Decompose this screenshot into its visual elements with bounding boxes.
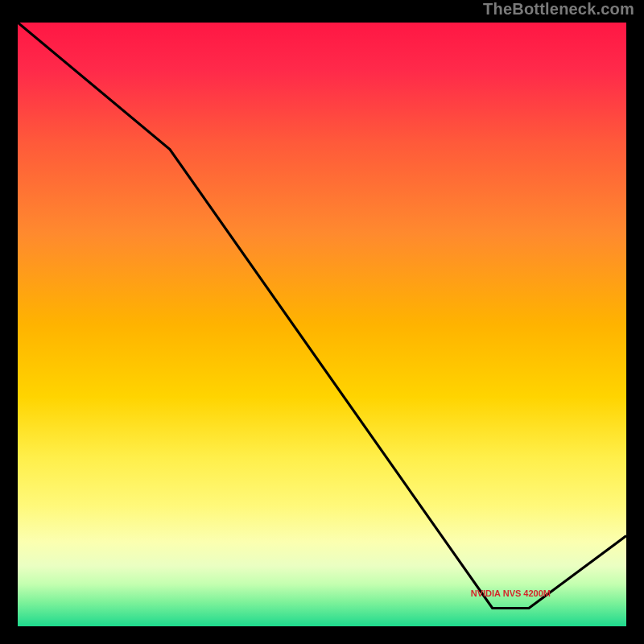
watermark-text: TheBottleneck.com xyxy=(483,0,634,19)
plot-area: NVIDIA NVS 4200M xyxy=(18,23,626,626)
gpu-annotation: NVIDIA NVS 4200M xyxy=(471,588,551,598)
bottleneck-chart: NVIDIA NVS 4200M xyxy=(18,23,626,626)
gradient-background xyxy=(18,23,626,626)
chart-frame: TheBottleneck.com NVIDIA NVS 4200M xyxy=(0,0,644,644)
